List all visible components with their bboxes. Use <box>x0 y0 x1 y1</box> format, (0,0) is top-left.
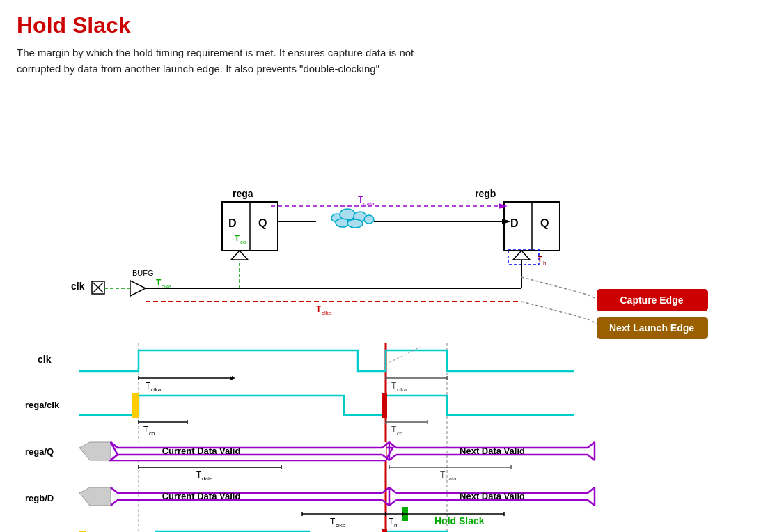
svg-text:T: T <box>538 255 542 263</box>
svg-line-45 <box>521 277 588 295</box>
svg-text:clkb: clkb <box>322 310 332 316</box>
svg-text:T: T <box>391 381 397 391</box>
capture-edge-label: Capture Edge <box>620 295 683 306</box>
svg-text:co: co <box>397 430 403 437</box>
svg-line-118 <box>588 500 595 506</box>
svg-text:Q: Q <box>540 217 549 229</box>
svg-text:clkb: clkb <box>336 522 346 529</box>
svg-text:T: T <box>391 425 397 435</box>
main-diagram: rega D Q T co regb D Q T h <box>17 89 755 532</box>
svg-text:clk: clk <box>38 354 52 365</box>
svg-point-22 <box>347 219 363 228</box>
svg-text:T: T <box>316 304 322 314</box>
svg-text:co: co <box>149 430 155 437</box>
svg-text:rega/clk: rega/clk <box>25 400 60 410</box>
svg-text:Next Data Valid: Next Data Valid <box>460 491 525 501</box>
svg-text:T: T <box>389 517 394 526</box>
svg-text:T: T <box>196 470 202 480</box>
svg-text:data: data <box>202 476 213 482</box>
svg-rect-138 <box>382 529 387 532</box>
svg-text:T: T <box>440 470 446 480</box>
svg-text:data: data <box>363 201 375 207</box>
svg-line-93 <box>588 442 595 448</box>
svg-line-94 <box>588 455 595 460</box>
svg-marker-34 <box>130 281 146 296</box>
svg-marker-12 <box>513 251 530 260</box>
svg-text:BUFG: BUFG <box>132 269 154 277</box>
svg-rect-78 <box>382 393 387 418</box>
svg-line-90 <box>389 455 396 460</box>
next-launch-label: Next Launch Edge <box>609 322 694 334</box>
svg-text:data: data <box>446 476 457 482</box>
svg-line-47 <box>521 302 588 319</box>
svg-text:Next Data Valid: Next Data Valid <box>460 446 525 456</box>
rega-label: rega <box>233 188 253 199</box>
svg-text:T: T <box>156 278 162 288</box>
svg-text:D: D <box>228 217 237 229</box>
svg-line-117 <box>588 487 595 493</box>
svg-text:Current Data Valid: Current Data Valid <box>162 446 241 456</box>
svg-text:T: T <box>146 381 151 391</box>
svg-line-113 <box>389 487 396 493</box>
svg-text:h: h <box>543 260 546 266</box>
svg-text:T: T <box>330 517 336 526</box>
svg-text:clka: clka <box>397 386 407 393</box>
svg-line-114 <box>389 500 396 506</box>
svg-rect-67 <box>132 393 139 418</box>
svg-text:regb/D: regb/D <box>25 493 54 503</box>
svg-text:Hold Slack: Hold Slack <box>434 515 485 526</box>
page: Hold Slack The margin by which the hold … <box>0 0 761 532</box>
svg-text:T: T <box>358 195 363 205</box>
svg-text:clka: clka <box>151 386 162 393</box>
svg-text:Current Data Valid: Current Data Valid <box>162 491 241 501</box>
svg-text:h: h <box>394 522 397 529</box>
svg-text:co: co <box>240 239 246 245</box>
svg-line-48 <box>588 319 598 324</box>
svg-marker-108 <box>79 487 111 506</box>
svg-point-20 <box>364 215 374 224</box>
svg-text:D: D <box>510 217 519 229</box>
svg-marker-6 <box>231 251 248 260</box>
svg-text:clk: clk <box>71 281 85 292</box>
description: The margin by which the hold timing requ… <box>17 45 744 77</box>
page-title: Hold Slack <box>17 13 744 38</box>
svg-line-46 <box>588 295 595 298</box>
svg-text:Q: Q <box>258 217 267 229</box>
svg-marker-80 <box>79 442 111 460</box>
svg-text:T: T <box>143 425 149 435</box>
svg-text:T: T <box>235 234 240 242</box>
svg-text:regb: regb <box>475 188 496 199</box>
svg-text:rega/Q: rega/Q <box>25 446 54 457</box>
